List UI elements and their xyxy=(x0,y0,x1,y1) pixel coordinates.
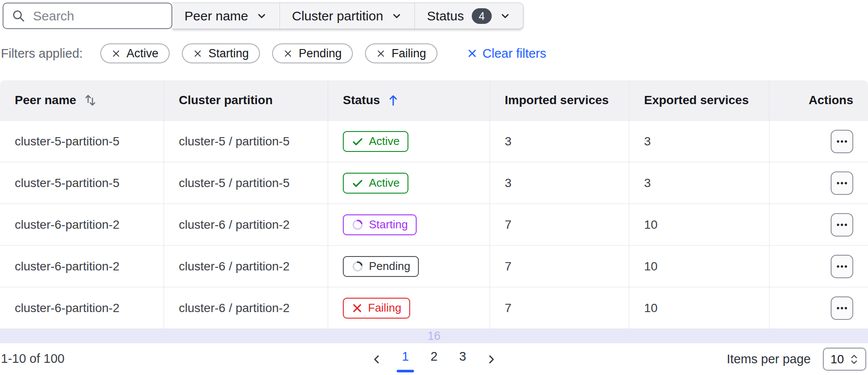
page-button-1[interactable]: 1 xyxy=(395,346,415,372)
table-row: cluster-6-partition-2 cluster-6 / partit… xyxy=(0,204,868,246)
actions-cell xyxy=(769,121,868,162)
filter-chip-label: Failing xyxy=(391,47,426,60)
results-range-label: 1-10 of 100 xyxy=(1,352,65,366)
chevron-down-icon xyxy=(391,10,402,22)
column-header-label: Status xyxy=(343,93,380,107)
status-badge-label: Active xyxy=(369,176,400,190)
search-icon xyxy=(11,9,26,23)
exported-services-cell: 10 xyxy=(629,246,769,287)
table-row: cluster-6-partition-2 cluster-6 / partit… xyxy=(0,246,868,287)
actions-cell xyxy=(769,204,868,245)
status-cell: Failing xyxy=(328,287,490,329)
status-filter-button[interactable]: Status 4 xyxy=(414,3,523,29)
status-cell: Starting xyxy=(328,204,490,245)
column-header-label: Actions xyxy=(809,93,853,107)
remove-filter-icon[interactable] xyxy=(193,49,202,58)
filters-applied-label: Filters applied: xyxy=(1,46,83,61)
cluster-partition-filter-button[interactable]: Cluster partition xyxy=(279,3,414,29)
ellipsis-icon xyxy=(836,264,848,269)
partial-table-row: 16 xyxy=(0,329,868,343)
imported-services-cell: 7 xyxy=(490,246,629,287)
row-actions-button[interactable] xyxy=(831,255,853,278)
column-header-label: Cluster partition xyxy=(179,93,273,107)
remove-filter-icon[interactable] xyxy=(376,49,385,58)
row-actions-button[interactable] xyxy=(831,213,853,237)
row-actions-button[interactable] xyxy=(831,130,853,153)
check-icon xyxy=(352,135,364,148)
filter-chip-label: Starting xyxy=(208,47,249,60)
exported-services-cell: 3 xyxy=(629,162,769,204)
partial-row-text: 16 xyxy=(427,329,441,343)
peer-name-filter-button[interactable]: Peer name xyxy=(172,3,279,29)
actions-cell xyxy=(769,246,868,287)
search-box[interactable] xyxy=(3,3,172,29)
clear-filters-x-icon xyxy=(467,48,477,59)
column-header-exported-services: Exported services xyxy=(629,80,769,120)
peer-name-cell: cluster-6-partition-2 xyxy=(0,287,164,329)
page-button-3[interactable]: 3 xyxy=(453,346,473,372)
table-row: cluster-5-partition-5 cluster-5 / partit… xyxy=(0,121,868,162)
status-badge-label: Starting xyxy=(369,218,408,231)
table-header-row: Peer name Cluster partition Status Impor… xyxy=(0,80,868,121)
filter-chip-pending[interactable]: Pending xyxy=(272,43,353,63)
chevron-down-icon xyxy=(256,10,267,22)
peer-name-cell: cluster-5-partition-5 xyxy=(0,121,164,162)
next-page-button[interactable] xyxy=(481,349,501,369)
peer-name-cell: cluster-6-partition-2 xyxy=(0,246,164,287)
applied-filters-row: Filters applied: Active Starting Pending… xyxy=(1,43,546,63)
exported-services-cell: 10 xyxy=(629,204,769,245)
row-actions-button[interactable] xyxy=(831,171,853,195)
status-filter-count-badge: 4 xyxy=(472,8,492,24)
column-header-cluster-partition: Cluster partition xyxy=(164,80,328,120)
filter-toolbar: Peer name Cluster partition Status 4 xyxy=(3,3,523,29)
filter-chip-active[interactable]: Active xyxy=(100,43,170,63)
remove-filter-icon[interactable] xyxy=(283,49,293,58)
up-down-chevrons-icon xyxy=(849,353,859,366)
cluster-partition-cell: cluster-5 / partition-5 xyxy=(164,162,328,204)
column-header-status[interactable]: Status xyxy=(328,80,490,120)
ellipsis-icon xyxy=(836,139,848,144)
status-badge-starting: Starting xyxy=(343,214,417,235)
sort-unsorted-icon xyxy=(83,92,97,108)
filter-chip-failing[interactable]: Failing xyxy=(365,43,437,63)
search-input[interactable] xyxy=(33,9,164,23)
exported-services-cell: 3 xyxy=(629,121,769,162)
row-actions-button[interactable] xyxy=(831,296,853,320)
ellipsis-icon xyxy=(836,181,848,185)
pager: 1 2 3 xyxy=(367,346,501,372)
page-button-2[interactable]: 2 xyxy=(424,346,444,372)
table-row: cluster-6-partition-2 cluster-6 / partit… xyxy=(0,287,868,329)
imported-services-cell: 7 xyxy=(490,287,629,329)
spinner-icon xyxy=(352,260,364,273)
items-per-page-select[interactable]: 10 xyxy=(823,348,866,371)
status-badge-failing: Failing xyxy=(343,298,410,319)
items-per-page-value: 10 xyxy=(830,352,844,366)
exported-services-cell: 10 xyxy=(629,287,769,329)
status-badge-label: Active xyxy=(369,135,400,148)
filter-chip-starting[interactable]: Starting xyxy=(182,43,260,63)
status-badge-active: Active xyxy=(343,173,408,194)
status-badge-active: Active xyxy=(343,131,408,152)
chevron-down-icon xyxy=(500,10,511,22)
ellipsis-icon xyxy=(836,223,848,227)
remove-filter-icon[interactable] xyxy=(112,49,121,58)
spinner-icon xyxy=(352,219,364,231)
peers-table: Peer name Cluster partition Status Impor… xyxy=(0,80,868,343)
imported-services-cell: 3 xyxy=(490,162,629,204)
peer-name-cell: cluster-6-partition-2 xyxy=(0,204,164,245)
column-header-peer-name[interactable]: Peer name xyxy=(0,80,164,120)
clear-filters-link[interactable]: Clear filters xyxy=(467,46,546,61)
previous-page-button[interactable] xyxy=(367,349,387,369)
status-badge-label: Pending xyxy=(369,260,410,273)
column-header-imported-services: Imported services xyxy=(490,80,629,120)
actions-cell xyxy=(769,162,868,204)
cluster-partition-cell: cluster-6 / partition-2 xyxy=(164,204,328,245)
filter-chip-label: Pending xyxy=(299,47,342,60)
imported-services-cell: 3 xyxy=(490,121,629,162)
cluster-partition-cell: cluster-6 / partition-2 xyxy=(164,246,328,287)
column-header-label: Imported services xyxy=(505,93,609,107)
column-header-actions: Actions xyxy=(769,80,868,120)
cluster-partition-cell: cluster-6 / partition-2 xyxy=(164,287,328,329)
status-filter-label: Status xyxy=(427,9,464,23)
sort-ascending-icon xyxy=(387,93,399,107)
